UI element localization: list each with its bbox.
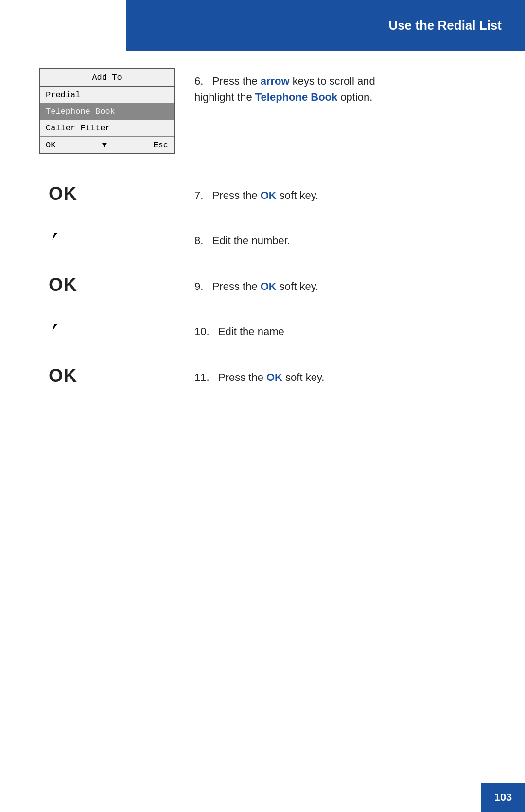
step-7-row: OK 7. Press the OK soft key. xyxy=(39,183,496,204)
keyboard-icon-step10: ⎖ xyxy=(49,320,61,341)
step-8-icon-col: ⎖ xyxy=(39,229,175,250)
step-7-ok-highlight: OK xyxy=(261,189,277,201)
step-11-row: OK 11. Press the OK soft key. xyxy=(39,365,496,386)
page-title: Use the Redial List xyxy=(388,18,502,33)
lcd-arrow-icon: ▼ xyxy=(102,140,107,150)
step-6-row: Add To Predial Telephone Book Caller Fil… xyxy=(39,68,496,154)
ok-icon-step9: OK xyxy=(49,274,77,295)
step-8-row: ⎖ 8. Edit the number. xyxy=(39,229,496,250)
keyboard-icon-step8: ⎖ xyxy=(49,229,61,250)
step-10-number: 10. xyxy=(194,325,215,338)
step-11-ok-highlight: OK xyxy=(266,371,282,383)
step-9-number: 9. xyxy=(194,280,210,292)
lcd-item-caller-filter: Caller Filter xyxy=(40,120,174,137)
step-11-text-before: Press the xyxy=(218,371,266,383)
step-11-number: 11. xyxy=(194,371,215,383)
lcd-item-predial: Predial xyxy=(40,87,174,104)
step-9-text-after: soft key. xyxy=(277,280,318,292)
step-9-icon-col: OK xyxy=(39,274,175,295)
main-content: Add To Predial Telephone Book Caller Fil… xyxy=(39,68,496,411)
step-10-text-content: Edit the name xyxy=(218,325,284,338)
step-10-text: 10. Edit the name xyxy=(194,324,284,340)
lcd-screen: Add To Predial Telephone Book Caller Fil… xyxy=(39,68,175,154)
step-8-number: 8. xyxy=(194,235,210,247)
step-10-row: ⎖ 10. Edit the name xyxy=(39,320,496,341)
step-8-text-content: Edit the number. xyxy=(212,235,290,247)
lcd-esc-label: Esc xyxy=(153,141,168,150)
header-bar: Use the Redial List xyxy=(126,0,525,51)
step-6-arrow-highlight: arrow xyxy=(261,75,290,87)
step-11-icon-col: OK xyxy=(39,365,175,386)
page-number: 103 xyxy=(494,791,512,804)
step-11-text: 11. Press the OK soft key. xyxy=(194,369,324,385)
step-6-number: 6. xyxy=(194,75,210,87)
ok-icon-step7: OK xyxy=(49,183,77,204)
lcd-item-telephone-book: Telephone Book xyxy=(40,104,174,120)
step-6-telephone-book-highlight: Telephone Book xyxy=(255,91,338,103)
step-8-text: 8. Edit the number. xyxy=(194,233,290,249)
step-9-text-before: Press the xyxy=(212,280,261,292)
lcd-bottom-row: OK ▼ Esc xyxy=(40,137,174,153)
lcd-title: Add To xyxy=(40,69,174,87)
step-11-text-after: soft key. xyxy=(282,371,324,383)
step-7-text: 7. Press the OK soft key. xyxy=(194,187,318,203)
step-6-text-after: option. xyxy=(337,91,372,103)
step-7-text-after: soft key. xyxy=(277,189,318,201)
step-6-text-before: Press the xyxy=(212,75,261,87)
step-9-row: OK 9. Press the OK soft key. xyxy=(39,274,496,295)
page-number-box: 103 xyxy=(481,783,525,812)
step-9-ok-highlight: OK xyxy=(261,280,277,292)
step-6-text: 6. Press the arrow keys to scroll andhig… xyxy=(194,73,375,105)
step-7-icon-col: OK xyxy=(39,183,175,204)
step-7-number: 7. xyxy=(194,189,210,201)
step-9-text: 9. Press the OK soft key. xyxy=(194,278,318,294)
lcd-ok-label: OK xyxy=(46,141,55,150)
ok-icon-step11: OK xyxy=(49,365,77,386)
step-10-icon-col: ⎖ xyxy=(39,320,175,341)
step-7-text-before: Press the xyxy=(212,189,261,201)
